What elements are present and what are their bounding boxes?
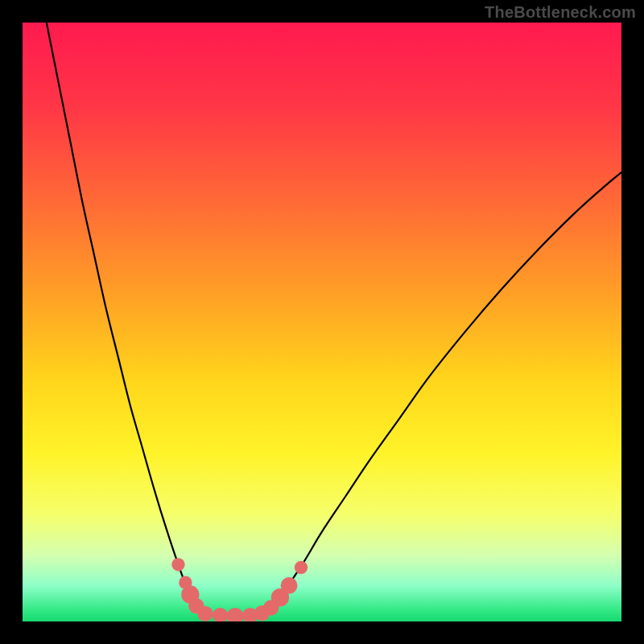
right-marker-upper (295, 561, 308, 574)
right-marker-mid2 (281, 577, 298, 594)
watermark-label: TheBottleneck.com (485, 3, 636, 22)
plot-area (23, 23, 621, 621)
chart-frame: TheBottleneck.com (0, 0, 644, 644)
chart-svg (23, 23, 621, 621)
floor-marker-1 (197, 606, 213, 621)
left-marker-upper (171, 558, 184, 571)
